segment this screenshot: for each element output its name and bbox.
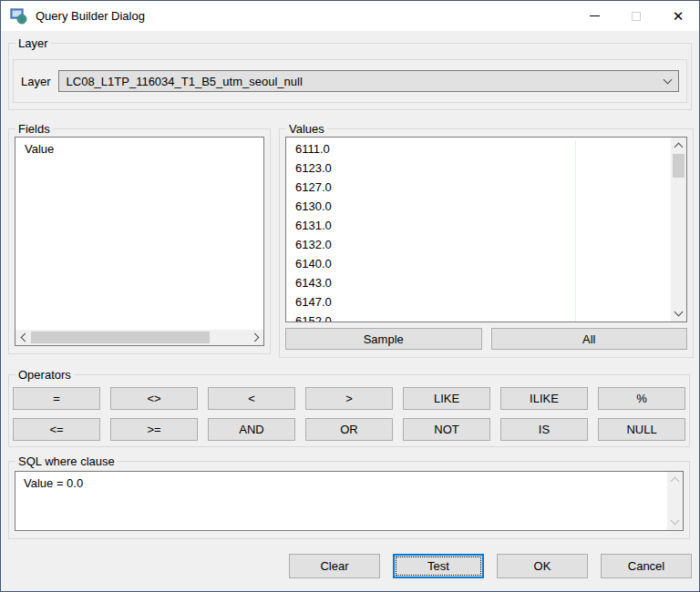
layer-combobox-value: LC08_L1TP_116034_T1_B5_utm_seoul_null [67, 75, 664, 88]
value-list-item[interactable]: 6130.0 [286, 197, 671, 216]
sample-button[interactable]: Sample [285, 328, 482, 350]
minimize-icon [590, 15, 600, 16]
titlebar: Query Builder Dialog ✕ [1, 1, 699, 31]
chevron-right-icon [250, 333, 259, 342]
value-list-item[interactable]: 6127.0 [286, 178, 671, 197]
operator-percent-button[interactable]: % [598, 387, 685, 410]
values-group-title: Values [286, 122, 327, 136]
operators-group-title: Operators [15, 368, 74, 382]
minimize-button[interactable] [573, 1, 615, 31]
values-rows: 6111.0 6123.0 6127.0 6130.0 6131.0 6132.… [286, 139, 671, 322]
operator-row-2: <= >= AND OR NOT IS NULL [13, 418, 685, 441]
operator-or-button[interactable]: OR [305, 418, 393, 441]
list-grid-line [575, 139, 576, 322]
fields-groupbox: Fields Value [8, 128, 271, 354]
maximize-icon [632, 12, 641, 21]
sql-where-clause-text: Value = 0.0 [15, 472, 667, 495]
scroll-left-button[interactable] [15, 330, 31, 345]
chevron-up-icon [674, 143, 684, 152]
values-list[interactable]: 6111.0 6123.0 6127.0 6130.0 6131.0 6132.… [285, 137, 687, 322]
close-icon: ✕ [673, 9, 685, 23]
dialog-buttons: Clear Test OK Cancel [289, 554, 692, 578]
window-title: Query Builder Dialog [36, 9, 145, 23]
fields-group-title: Fields [15, 122, 53, 136]
field-list-item[interactable]: Value [15, 139, 263, 158]
values-groupbox: Values 6111.0 6123.0 6127.0 6130.0 6131.… [279, 128, 694, 358]
operator-and-button[interactable]: AND [208, 418, 295, 441]
all-button[interactable]: All [491, 328, 688, 350]
values-buttons-row: Sample All [285, 328, 687, 350]
vertical-scrollbar-thumb[interactable] [673, 154, 685, 178]
operator-greater-equal-button[interactable]: >= [110, 418, 198, 441]
operator-greater-than-button[interactable]: > [305, 387, 393, 410]
layer-frame: Layer LC08_L1TP_116034_T1_B5_utm_seoul_n… [13, 59, 687, 103]
operator-less-than-button[interactable]: < [208, 387, 295, 410]
value-list-item[interactable]: 6152.0 [286, 311, 671, 322]
fields-horizontal-scrollbar[interactable] [15, 330, 263, 345]
fields-list[interactable]: Value [15, 137, 264, 346]
chevron-down-icon [671, 516, 680, 526]
sql-vertical-scrollbar[interactable] [667, 472, 683, 530]
scroll-right-button[interactable] [248, 330, 263, 345]
operator-ilike-button[interactable]: ILIKE [500, 387, 588, 410]
chevron-left-icon [20, 333, 29, 342]
test-button[interactable]: Test [393, 554, 484, 578]
value-list-item[interactable]: 6147.0 [286, 292, 671, 311]
close-button[interactable]: ✕ [657, 1, 699, 31]
layer-groupbox: Layer Layer LC08_L1TP_116034_T1_B5_utm_s… [8, 43, 692, 110]
scroll-down-button[interactable] [667, 515, 683, 530]
operator-not-equals-button[interactable]: <> [110, 387, 198, 410]
operators-groupbox: Operators = <> < > LIKE ILIKE % <= >= AN… [8, 374, 690, 447]
value-list-item[interactable]: 6123.0 [286, 158, 671, 178]
layer-combobox[interactable]: LC08_L1TP_116034_T1_B5_utm_seoul_null [58, 70, 679, 92]
value-list-item[interactable]: 6132.0 [286, 235, 671, 254]
value-list-item[interactable]: 6131.0 [286, 216, 671, 235]
sql-groupbox: SQL where clause Value = 0.0 [8, 461, 690, 539]
layer-combo-label: Layer [21, 75, 51, 88]
operator-null-button[interactable]: NULL [598, 418, 685, 441]
maximize-button[interactable] [615, 1, 657, 31]
query-builder-dialog: Query Builder Dialog ✕ Layer Layer LC08_… [0, 0, 700, 592]
operator-buttons: = <> < > LIKE ILIKE % <= >= AND OR NOT I… [13, 387, 685, 441]
sql-group-title: SQL where clause [15, 454, 118, 468]
chevron-down-icon [674, 308, 684, 317]
sql-where-clause-textarea[interactable]: Value = 0.0 [15, 471, 684, 531]
layer-group-title: Layer [15, 36, 51, 50]
chevron-down-icon [664, 75, 673, 84]
ok-button[interactable]: OK [497, 554, 588, 578]
horizontal-scrollbar-thumb[interactable] [31, 332, 210, 343]
value-list-item[interactable]: 6140.0 [286, 254, 671, 273]
scroll-up-button[interactable] [671, 138, 686, 153]
values-vertical-scrollbar[interactable] [671, 138, 686, 322]
value-list-item[interactable]: 6111.0 [286, 139, 671, 158]
cancel-button[interactable]: Cancel [601, 554, 692, 578]
app-layers-globe-icon [10, 8, 28, 25]
value-list-item[interactable]: 6143.0 [286, 273, 671, 292]
clear-button[interactable]: Clear [289, 554, 380, 578]
window-controls: ✕ [573, 1, 699, 31]
operator-not-button[interactable]: NOT [403, 418, 490, 441]
scroll-down-button[interactable] [671, 306, 686, 322]
operator-equals-button[interactable]: = [13, 387, 100, 410]
chevron-up-icon [671, 477, 680, 486]
scroll-up-button[interactable] [667, 472, 683, 487]
operator-row-1: = <> < > LIKE ILIKE % [13, 387, 685, 410]
operator-less-equal-button[interactable]: <= [13, 418, 100, 441]
operator-is-button[interactable]: IS [500, 418, 588, 441]
operator-like-button[interactable]: LIKE [403, 387, 490, 410]
